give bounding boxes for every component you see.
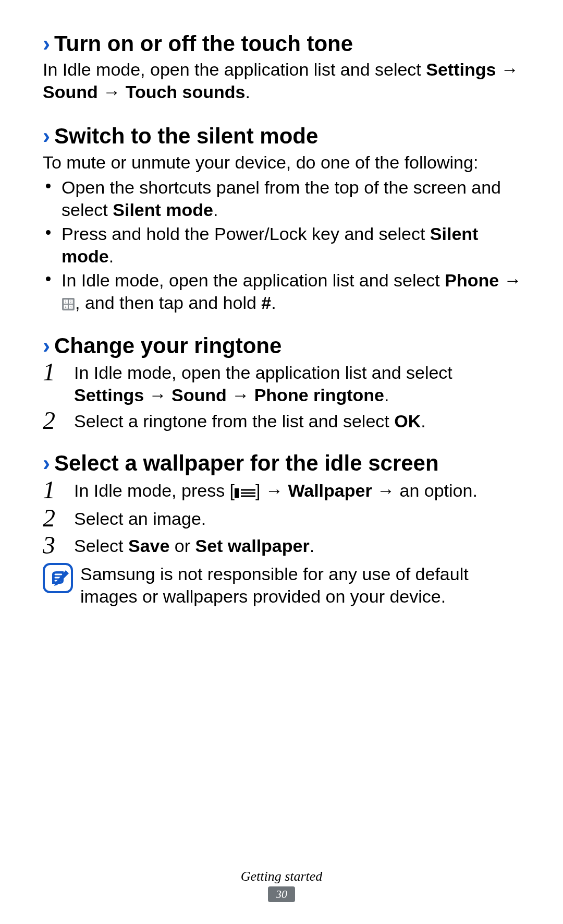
list-item: Press and hold the Power/Lock key and se… — [43, 223, 527, 267]
text: . — [384, 385, 389, 405]
bullet-icon — [46, 277, 51, 281]
ringtone-steps: 1 In Idle mode, open the application lis… — [43, 362, 527, 433]
list-item: Open the shortcuts panel from the top of… — [43, 176, 527, 221]
text: Select a ringtone from the list and sele… — [74, 411, 394, 431]
chevron-right-icon: › — [43, 33, 50, 55]
svg-text:1: 1 — [65, 299, 67, 303]
text: . — [421, 411, 425, 431]
touch-tone-body: In Idle mode, open the application list … — [43, 58, 527, 103]
keypad-icon: 1234 — [62, 294, 75, 316]
step-text: Select an image. — [74, 508, 527, 530]
step-row: 3 Select Save or Set wallpaper. — [43, 535, 527, 558]
text: In Idle mode, press [ — [74, 481, 235, 500]
page-number-badge: 30 — [268, 886, 295, 902]
note-text: Samsung is not responsible for any use o… — [80, 563, 527, 607]
step-number: 2 — [43, 408, 74, 433]
text-bold: Silent mode — [113, 200, 213, 220]
text: ] → — [255, 481, 288, 500]
list-item: In Idle mode, open the application list … — [43, 269, 527, 316]
text: → an option. — [372, 481, 478, 500]
text-bold: Set wallpaper — [195, 536, 309, 556]
step-text: Select Save or Set wallpaper. — [74, 535, 527, 557]
silent-intro: To mute or unmute your device, do one of… — [43, 151, 527, 174]
text: In Idle mode, open the application list … — [74, 363, 452, 382]
text: . — [271, 293, 276, 313]
text-bold: Settings → Sound → Phone ringtone — [74, 385, 384, 405]
step-row: 2 Select a ringtone from the list and se… — [43, 410, 527, 433]
heading-ringtone: › Change your ringtone — [43, 333, 527, 358]
chevron-right-icon: › — [43, 335, 50, 357]
note-block: Samsung is not responsible for any use o… — [43, 563, 527, 607]
heading-touch-tone: › Turn on or off the touch tone — [43, 31, 527, 56]
text: . — [245, 82, 250, 102]
step-text: In Idle mode, press [] → Wallpaper → an … — [74, 479, 527, 504]
menu-icon — [235, 482, 255, 504]
text-bold: Wallpaper — [288, 481, 372, 500]
heading-wallpaper: › Select a wallpaper for the idle screen — [43, 451, 527, 476]
text-bold: OK — [394, 411, 421, 431]
text: → — [499, 270, 521, 290]
heading-title: Select a wallpaper for the idle screen — [54, 451, 439, 476]
page-footer: Getting started 30 — [0, 869, 563, 902]
svg-rect-9 — [235, 488, 239, 498]
footer-section-label: Getting started — [0, 869, 563, 884]
step-text: In Idle mode, open the application list … — [74, 362, 527, 406]
bullet-icon — [46, 184, 51, 188]
svg-text:2: 2 — [70, 299, 71, 303]
text: , and then tap and hold — [75, 293, 261, 313]
text-bold: # — [261, 293, 271, 313]
note-icon — [43, 563, 73, 593]
text: or — [169, 536, 195, 556]
text: . — [310, 536, 314, 556]
silent-bullets: Open the shortcuts panel from the top of… — [43, 176, 527, 316]
text: Select — [74, 536, 128, 556]
heading-title: Turn on or off the touch tone — [54, 31, 353, 56]
manual-page: › Turn on or off the touch tone In Idle … — [0, 0, 563, 924]
text: In Idle mode, open the application list … — [62, 270, 445, 290]
wallpaper-steps: 1 In Idle mode, press [] → Wallpaper → a… — [43, 479, 527, 558]
step-row: 1 In Idle mode, open the application lis… — [43, 362, 527, 406]
step-text: Select a ringtone from the list and sele… — [74, 410, 527, 433]
text-bold: Save — [128, 536, 169, 556]
step-row: 1 In Idle mode, press [] → Wallpaper → a… — [43, 479, 527, 504]
chevron-right-icon: › — [43, 125, 50, 147]
heading-title: Change your ringtone — [54, 333, 282, 358]
svg-text:4: 4 — [70, 305, 71, 308]
step-number: 3 — [43, 533, 74, 558]
chevron-right-icon: › — [43, 452, 50, 474]
text: . — [109, 246, 114, 266]
bullet-icon — [46, 230, 51, 235]
step-row: 2 Select an image. — [43, 508, 527, 531]
heading-silent: › Switch to the silent mode — [43, 124, 527, 149]
text-bold: Phone — [445, 270, 499, 290]
step-number: 2 — [43, 506, 74, 531]
text: Press and hold the Power/Lock key and se… — [62, 224, 430, 244]
text: In Idle mode, open the application list … — [43, 59, 426, 79]
text: . — [213, 200, 218, 220]
step-number: 1 — [43, 359, 74, 385]
svg-text:3: 3 — [65, 305, 67, 308]
heading-title: Switch to the silent mode — [54, 124, 318, 149]
step-number: 1 — [43, 477, 74, 502]
